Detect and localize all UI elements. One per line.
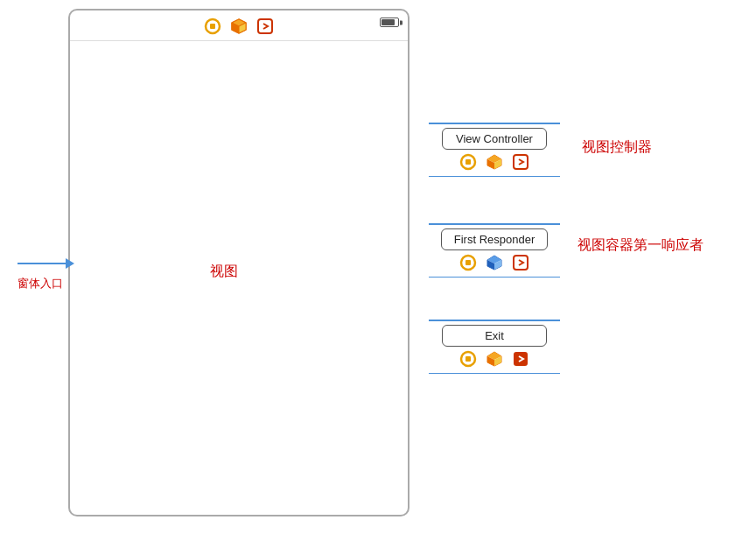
exit-cube-icon — [486, 350, 503, 368]
exit-exit-icon-active — [512, 350, 529, 368]
fr-exit-icon — [512, 254, 529, 271]
view-label: 视图 — [210, 263, 238, 281]
first-responder-label[interactable]: First Responder — [441, 228, 548, 250]
view-controller-chinese-label: 视图控制器 — [582, 138, 652, 157]
vc-circle-icon — [459, 153, 477, 171]
svg-rect-1 — [210, 24, 215, 29]
first-responder-chinese-label: 视图容器第一响应者 — [578, 236, 704, 255]
arrow-head — [66, 258, 74, 269]
svg-rect-15 — [466, 260, 471, 265]
svg-rect-13 — [514, 155, 528, 169]
entry-label: 窗体入口 — [18, 276, 63, 292]
arrow-line — [18, 263, 66, 264]
svg-rect-27 — [514, 352, 528, 366]
circle-icon-top — [204, 18, 221, 35]
entry-arrow — [18, 258, 74, 269]
vc-cube-icon — [486, 153, 503, 171]
fr-circle-icon — [459, 254, 477, 271]
phone-top-bar — [70, 11, 408, 41]
vc-exit-icon — [512, 153, 529, 171]
phone-frame — [68, 9, 410, 516]
exit-circle-icon — [459, 350, 477, 368]
first-responder-block: First Responder — [429, 223, 560, 278]
exit-icon-top — [256, 18, 274, 35]
fr-cube-icon — [486, 254, 503, 271]
exit-block: Exit — [429, 320, 560, 374]
cube-icon-top — [230, 18, 248, 35]
svg-rect-6 — [258, 19, 272, 33]
view-controller-block: View Controller — [429, 123, 560, 177]
svg-rect-8 — [466, 159, 471, 165]
exit-label[interactable]: Exit — [442, 325, 547, 347]
view-controller-label[interactable]: View Controller — [442, 128, 547, 150]
svg-rect-22 — [466, 356, 471, 362]
battery-status — [380, 18, 399, 27]
svg-rect-20 — [514, 256, 528, 270]
